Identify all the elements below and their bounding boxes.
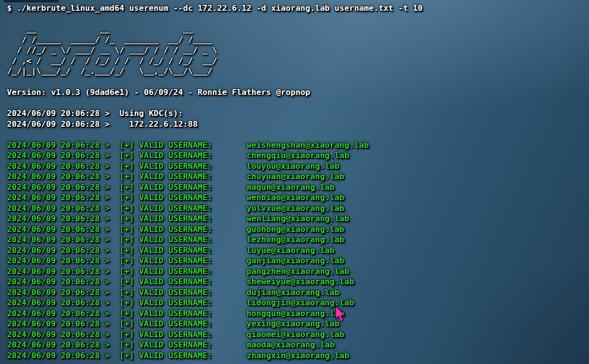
valid-username-line: 2024/06/09 20:06:28 > [+] VALID USERNAME… — [7, 350, 423, 361]
valid-username-line: 2024/06/09 20:06:28 > [+] VALID USERNAME… — [7, 150, 423, 161]
valid-username-line: 2024/06/09 20:06:28 > [+] VALID USERNAME… — [7, 297, 423, 308]
valid-username-line: 2024/06/09 20:06:28 > [+] VALID USERNAME… — [7, 140, 423, 151]
valid-username-line: 2024/06/09 20:06:28 > [+] VALID USERNAME… — [7, 224, 423, 235]
valid-username-line: 2024/06/09 20:06:28 > [+] VALID USERNAME… — [7, 182, 423, 193]
valid-username-line: 2024/06/09 20:06:28 > [+] VALID USERNAME… — [7, 287, 423, 298]
valid-username-line: 2024/06/09 20:06:28 > [+] VALID USERNAME… — [7, 171, 423, 182]
kdc-header-line: 2024/06/09 20:06:28 > Using KDC(s): — [7, 108, 423, 119]
kdc-server-line: 2024/06/09 20:06:28 > 172.22.6.12:88 — [7, 119, 423, 130]
valid-username-line: 2024/06/09 20:06:28 > [+] VALID USERNAME… — [7, 266, 423, 277]
valid-username-line: 2024/06/09 20:06:28 > [+] VALID USERNAME… — [7, 245, 423, 256]
valid-username-line: 2024/06/09 20:06:28 > [+] VALID USERNAME… — [7, 255, 423, 266]
version-line: Version: v1.0.3 (9dad6e1) - 06/09/24 - R… — [7, 87, 423, 98]
valid-username-line: 2024/06/09 20:06:28 > [+] VALID USERNAME… — [7, 203, 423, 214]
valid-username-line: 2024/06/09 20:06:28 > [+] VALID USERNAME… — [7, 192, 423, 203]
kerbrute-ascii-logo: __ __ __ / /_____ _____/ /_ _______ __/ … — [7, 24, 423, 77]
valid-username-line: 2024/06/09 20:06:28 > [+] VALID USERNAME… — [7, 213, 423, 224]
valid-username-line: 2024/06/09 20:06:28 > [+] VALID USERNAME… — [7, 329, 423, 340]
valid-username-line: 2024/06/09 20:06:28 > [+] VALID USERNAME… — [7, 234, 423, 245]
clipped-previous-output — [4, 0, 59, 2]
valid-username-line: 2024/06/09 20:06:28 > [+] VALID USERNAME… — [7, 276, 423, 287]
valid-username-list: 2024/06/09 20:06:28 > [+] VALID USERNAME… — [7, 140, 423, 361]
desktop-wallpaper: $ ./kerbrute_linux_amd64 userenum --dc 1… — [0, 0, 589, 364]
valid-username-line: 2024/06/09 20:06:28 > [+] VALID USERNAME… — [7, 318, 423, 329]
valid-username-line: 2024/06/09 20:06:28 > [+] VALID USERNAME… — [7, 340, 423, 350]
valid-username-line: 2024/06/09 20:06:28 > [+] VALID USERNAME… — [7, 308, 423, 319]
mouse-cursor-icon — [335, 306, 346, 323]
valid-username-line: 2024/06/09 20:06:28 > [+] VALID USERNAME… — [7, 161, 423, 172]
shell-command-line: $ ./kerbrute_linux_amd64 userenum --dc 1… — [7, 3, 423, 14]
terminal-output[interactable]: $ ./kerbrute_linux_amd64 userenum --dc 1… — [7, 3, 423, 361]
